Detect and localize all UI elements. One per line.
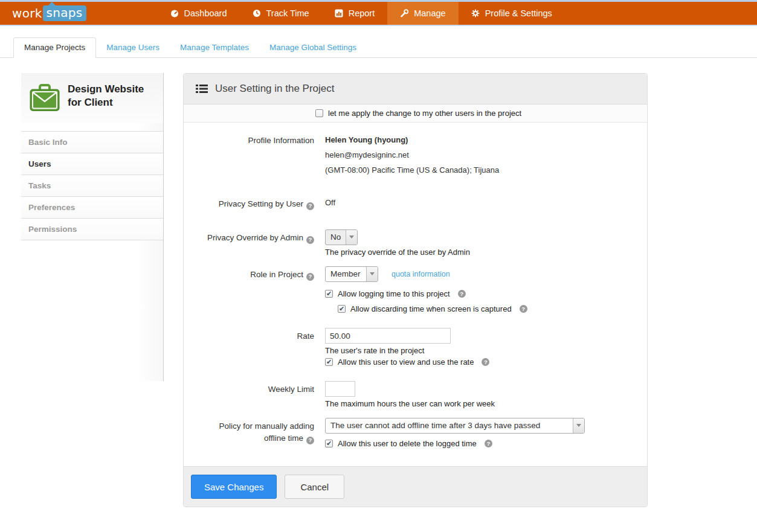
nav-item-report[interactable]: Report	[322, 2, 388, 25]
allow-rate-label: Allow this user to view and use the rate	[338, 357, 474, 367]
offline-policy-label: Policy for manually adding offline time	[196, 418, 314, 448]
privacy-setting-value: Off	[325, 198, 635, 210]
help-icon[interactable]	[520, 305, 527, 313]
tab-manage-global-settings[interactable]: Manage Global Settings	[259, 38, 367, 57]
role-select[interactable]: Member	[325, 266, 378, 282]
help-icon[interactable]	[458, 290, 466, 298]
panel-footer: Save Changes Cancel	[184, 466, 647, 507]
dashboard-icon	[170, 9, 179, 18]
clock-icon	[253, 9, 261, 18]
allow-delete-label: Allow this user to delete the logged tim…	[338, 439, 477, 448]
bar-chart-icon	[335, 9, 343, 18]
allow-logging-checkbox[interactable]	[325, 290, 333, 298]
project-menu: Basic Info Users Tasks Preferences Permi…	[21, 131, 163, 240]
rate-input[interactable]	[325, 328, 451, 344]
privacy-override-label: Privacy Override by Admin	[196, 229, 314, 257]
tab-manage-users[interactable]: Manage Users	[96, 38, 170, 57]
rate-help-text: The user's rate in the project	[325, 346, 635, 355]
main-navbar: worksnaps Dashboard Track Time Report Ma…	[0, 2, 757, 26]
user-full-name: Helen Young (hyoung)	[325, 135, 635, 146]
user-timezone: (GMT-08:00) Pacific Time (US & Canada); …	[325, 165, 635, 176]
page-content: Design Website for Client Basic Info Use…	[0, 58, 757, 516]
tab-manage-templates[interactable]: Manage Templates	[170, 38, 259, 57]
allow-delete-row: Allow this user to delete the logged tim…	[325, 439, 635, 448]
nav-item-label: Profile & Settings	[485, 8, 552, 18]
allow-delete-checkbox[interactable]	[325, 440, 333, 447]
privacy-override-value: No The privacy override of the user by A…	[325, 229, 635, 257]
allow-logging-label: Allow logging time to this project	[338, 289, 450, 298]
allow-rate-checkbox[interactable]	[325, 358, 333, 366]
offline-policy-select[interactable]: The user cannot add offline time after 3…	[325, 418, 585, 434]
wrench-icon	[400, 9, 408, 18]
chevron-down-icon	[573, 418, 584, 433]
role-row: Role in Project Member quota information	[196, 266, 635, 282]
sidebar-item-basic-info[interactable]: Basic Info	[21, 132, 163, 153]
user-setting-form: Profile Information Helen Young (hyoung)…	[184, 123, 647, 466]
help-icon[interactable]	[306, 236, 314, 244]
quota-information-link[interactable]: quota information	[391, 270, 450, 278]
profile-information-row: Profile Information Helen Young (hyoung)…	[196, 135, 635, 180]
select-value: The user cannot add offline time after 3…	[326, 418, 573, 433]
nav-item-label: Report	[349, 8, 375, 18]
nav-item-label: Track Time	[266, 8, 309, 18]
gear-icon	[471, 9, 480, 18]
cancel-button[interactable]: Cancel	[285, 475, 344, 499]
help-icon[interactable]	[306, 273, 314, 281]
role-label: Role in Project	[196, 266, 314, 282]
briefcase-icon	[30, 84, 60, 112]
allow-discarding-checkbox[interactable]	[338, 305, 346, 313]
nav-item-track-time[interactable]: Track Time	[240, 2, 322, 25]
save-changes-button[interactable]: Save Changes	[191, 475, 277, 499]
list-icon	[196, 84, 208, 94]
manage-tabbar: Manage Projects Manage Users Manage Temp…	[0, 26, 757, 58]
project-sidebar: Design Website for Client Basic Info Use…	[21, 73, 164, 381]
privacy-override-select[interactable]: No	[325, 229, 358, 245]
allow-rate-row: Allow this user to view and use the rate	[325, 357, 635, 367]
chevron-down-icon	[366, 267, 378, 281]
allow-logging-row: Allow logging time to this project	[325, 289, 635, 298]
privacy-override-row: Privacy Override by Admin No The privacy…	[196, 229, 635, 257]
sidebar-item-users[interactable]: Users	[21, 153, 163, 175]
nav-item-label: Dashboard	[184, 8, 227, 18]
project-title: Design Website for Client	[68, 83, 156, 112]
role-value: Member quota information	[325, 266, 635, 282]
allow-discarding-row: Allow discarding time when screen is cap…	[338, 304, 635, 313]
worksnaps-logo[interactable]: worksnaps	[12, 5, 86, 21]
user-email: helen@mydesigninc.net	[325, 150, 635, 161]
help-icon[interactable]	[306, 437, 314, 444]
nav-item-manage[interactable]: Manage	[387, 2, 458, 25]
offline-policy-label-text: Policy for manually adding offline time	[219, 421, 314, 443]
weekly-limit-input[interactable]	[325, 381, 355, 397]
logo-text-snaps: snaps	[43, 5, 86, 21]
weekly-limit-help-text: The maximum hours the user can work per …	[325, 399, 635, 408]
tab-manage-projects[interactable]: Manage Projects	[13, 37, 96, 58]
help-icon[interactable]	[482, 358, 489, 366]
weekly-limit-value: The maximum hours the user can work per …	[325, 381, 635, 408]
logo-text-work: work	[12, 6, 42, 21]
privacy-setting-label-text: Privacy Setting by User	[219, 199, 303, 208]
offline-policy-value: The user cannot add offline time after 3…	[325, 418, 635, 448]
sidebar-item-preferences[interactable]: Preferences	[21, 197, 163, 219]
main-nav: Dashboard Track Time Report Manage Profi…	[158, 2, 565, 25]
user-setting-panel: User Setting in the Project let me apply…	[183, 73, 648, 507]
nav-item-profile-settings[interactable]: Profile & Settings	[459, 2, 565, 25]
panel-title: User Setting in the Project	[215, 83, 334, 95]
help-icon[interactable]	[306, 202, 314, 210]
select-value: Member	[326, 267, 366, 281]
apply-to-all-checkbox[interactable]	[315, 109, 323, 117]
offline-policy-row: Policy for manually adding offline time …	[196, 418, 635, 448]
privacy-override-label-text: Privacy Override by Admin	[207, 233, 303, 242]
sidebar-item-permissions[interactable]: Permissions	[21, 219, 163, 240]
nav-item-dashboard[interactable]: Dashboard	[158, 2, 240, 25]
project-card: Design Website for Client	[21, 73, 163, 123]
weekly-limit-label: Weekly Limit	[196, 381, 314, 408]
apply-to-all-label: let me apply the change to my other user…	[328, 109, 521, 118]
panel-header: User Setting in the Project	[184, 74, 647, 104]
sidebar-item-tasks[interactable]: Tasks	[21, 175, 163, 197]
privacy-setting-label: Privacy Setting by User	[196, 198, 314, 210]
privacy-override-help-text: The privacy override of the user by Admi…	[325, 248, 635, 257]
help-icon[interactable]	[485, 440, 492, 447]
select-value: No	[326, 230, 346, 245]
privacy-setting-row: Privacy Setting by User Off	[196, 198, 635, 210]
allow-discarding-label: Allow discarding time when screen is cap…	[350, 304, 512, 313]
